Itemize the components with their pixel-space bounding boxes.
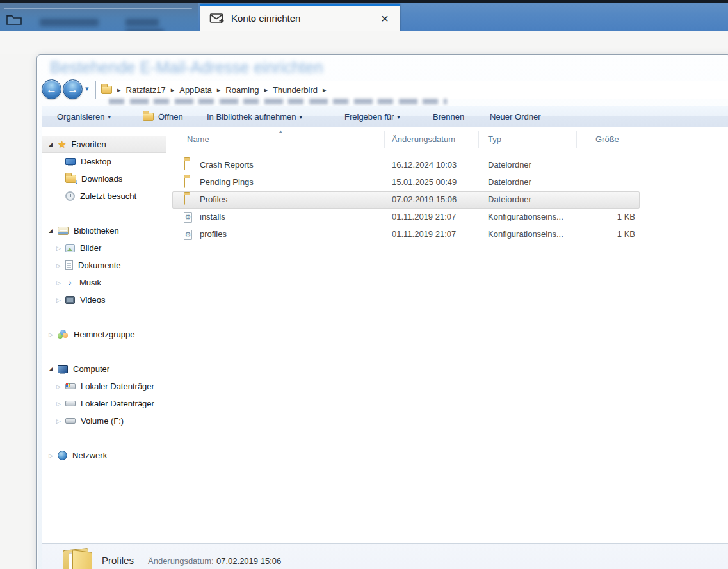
expander-icon[interactable]: ▷ [56,383,65,390]
breadcrumb-segment[interactable]: Roaming [225,85,259,95]
column-headers: ▴ Name Änderungsdatum Typ Größe [167,128,728,150]
column-divider [478,131,479,148]
blurred-text [40,19,99,26]
sidebar-item-volume-f[interactable]: ▷ Volume (F:) [42,412,166,429]
glass-bleed-heading: Bestehende E-Mail-Adresse einrichten [50,58,323,77]
pictures-library-icon [65,244,75,252]
expander-icon[interactable]: ▷ [49,332,58,338]
sidebar-item-zuletzt-besucht[interactable]: Zuletzt besucht [42,188,166,205]
share-with-button[interactable]: Freigeben für ▾ [344,106,400,127]
new-folder-button[interactable]: Neuer Ordner [490,106,540,127]
file-row-installs[interactable]: ⚙ installs 01.11.2019 21:07 Konfiguratio… [167,209,728,226]
desktop-icon [65,158,76,165]
location-folder-icon [101,86,112,94]
main-area: ◢ ★ Favoriten Desktop ↓ Downloads [42,128,728,542]
column-divider [642,131,642,148]
computer-icon [58,365,68,373]
drive-icon [65,401,76,406]
dropdown-caret-icon: ▾ [108,114,111,120]
mail-plus-icon [209,13,225,24]
burn-button[interactable]: Brennen [433,106,464,127]
blurred-text [125,19,159,26]
folder-icon [184,160,185,170]
sidebar-item-videos[interactable]: ▷ Videos [42,291,166,309]
file-rows: Crash Reports 16.12.2024 10:03 Dateiordn… [167,157,728,243]
file-row-profiles-ini[interactable]: ⚙ profiles 01.11.2019 21:07 Konfiguratio… [167,226,728,243]
command-toolbar: Organisieren ▾ Öffnen In Bibliothek aufn… [42,106,728,127]
tab-label: Konto einrichten [231,13,300,24]
details-date-label: Änderungsdatum: [148,556,214,566]
expander-icon[interactable]: ▷ [56,297,65,303]
breadcrumb-separator-icon: ▸ [212,86,226,94]
sidebar-item-computer[interactable]: ◢ Computer [42,360,166,378]
drive-icon [65,418,76,424]
explorer-window: Bestehende E-Mail-Adresse einrichten ← →… [36,54,728,569]
expander-icon[interactable]: ▷ [56,418,65,424]
sidebar-item-musik[interactable]: ▷ ♪ Musik [42,274,166,291]
close-icon[interactable]: × [376,12,394,25]
breadcrumb-separator-icon: ▸ [259,86,273,94]
sidebar-item-lokaler-datentraeger-d[interactable]: ▷ Lokaler Datenträger [42,395,166,412]
organize-button[interactable]: Organisieren ▾ [57,106,111,127]
sidebar-item-bibliotheken[interactable]: ◢ Bibliotheken [42,222,166,239]
network-icon [58,451,67,460]
details-pane: Profiles Änderungsdatum: 07.02.2019 15:0… [42,543,728,569]
recent-places-icon [65,191,75,201]
expander-icon[interactable]: ▷ [56,280,65,286]
breadcrumb-separator-icon: ▸ [166,86,180,94]
sidebar-item-bilder[interactable]: ▷ Bilder [42,239,166,257]
expander-icon[interactable]: ▷ [49,453,58,459]
expander-icon[interactable]: ▷ [56,401,65,407]
sidebar-item-lokaler-datentraeger-c[interactable]: ▷ Lokaler Datenträger [42,378,166,395]
back-button[interactable]: ← [42,79,61,99]
sidebar-item-favoriten[interactable]: ◢ ★ Favoriten [42,136,166,153]
navigation-pane: ◢ ★ Favoriten Desktop ↓ Downloads [42,128,166,542]
expander-icon[interactable]: ▷ [56,262,65,269]
system-drive-icon [65,383,76,389]
column-header-size[interactable]: Größe [595,134,619,144]
sidebar-item-heimnetzgruppe[interactable]: ▷ Heimnetzgruppe [42,326,166,343]
file-list: ▴ Name Änderungsdatum Typ Größe Cras [167,128,728,542]
address-bar[interactable]: ▸ Ratzfatz17 ▸ AppData ▸ Roaming ▸ Thund… [95,81,728,99]
expander-icon[interactable]: ▷ [56,245,65,252]
selected-folder-large-icon [60,549,95,569]
include-in-library-button[interactable]: In Bibliothek aufnehmen ▾ [207,106,302,127]
column-header-type[interactable]: Typ [488,134,501,144]
details-title: Profiles [102,555,134,566]
tab-konto-einrichten[interactable]: Konto einrichten × [200,4,400,31]
breadcrumb-segment[interactable]: Ratzfatz17 [126,85,166,95]
homegroup-icon [58,330,69,339]
folder-icon [184,195,185,204]
config-file-icon: ⚙ [184,229,192,240]
background-app-area [0,31,728,54]
breadcrumb-segment[interactable]: AppData [179,85,212,95]
star-icon: ★ [58,139,66,150]
file-row-crash-reports[interactable]: Crash Reports 16.12.2024 10:03 Dateiordn… [167,157,728,174]
expander-icon[interactable]: ◢ [49,228,58,234]
music-library-icon: ♪ [65,278,74,287]
file-row-pending-pings[interactable]: Pending Pings 15.01.2025 00:49 Dateiordn… [167,174,728,191]
expander-icon[interactable]: ◢ [49,141,58,147]
sidebar-item-netzwerk[interactable]: ▷ Netzwerk [42,447,166,464]
column-divider [384,131,385,148]
column-header-name[interactable]: Name [187,134,209,144]
recent-pages-dropdown-icon[interactable]: ▾ [85,84,89,93]
background-window-blur [0,3,198,31]
sidebar-item-dokumente[interactable]: ▷ Dokumente [42,257,166,274]
breadcrumb-segment[interactable]: Thunderbird [273,85,318,95]
dropdown-caret-icon: ▾ [299,114,302,120]
navigation-buttons: ← → ▾ [42,79,97,100]
downloads-folder-icon: ↓ [65,175,76,183]
column-header-date[interactable]: Änderungsdatum [392,134,455,144]
forward-button[interactable]: → [63,79,83,99]
sidebar-item-desktop[interactable]: Desktop [42,153,166,170]
details-date-value: 07.02.2019 15:06 [216,556,281,566]
expander-icon[interactable]: ◢ [49,366,58,372]
folder-icon [184,177,185,187]
open-button[interactable]: Öffnen [143,106,183,127]
file-row-profiles-folder-selected[interactable]: Profiles 07.02.2019 15:06 Dateiordner [167,191,728,209]
documents-library-icon [65,260,73,270]
breadcrumb-separator-icon: ▸ [112,86,126,94]
sidebar-item-downloads[interactable]: ↓ Downloads [42,170,166,188]
column-divider [576,131,577,148]
